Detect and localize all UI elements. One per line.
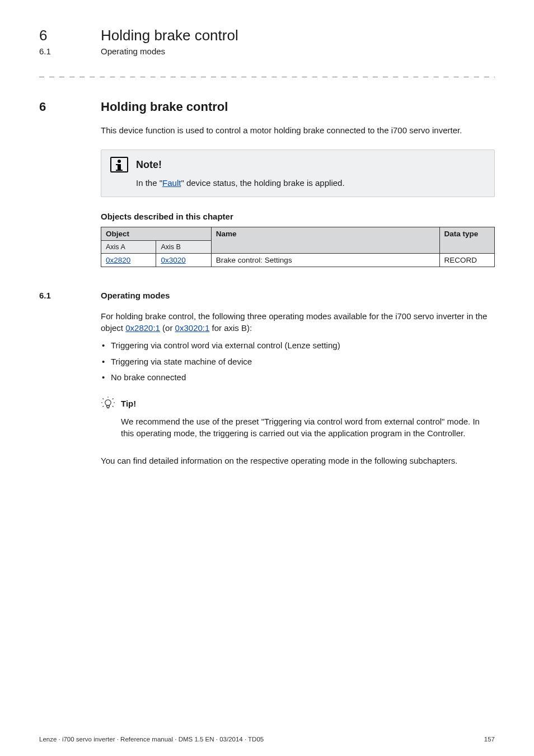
link-0x2820-1[interactable]: 0x2820:1 [125, 323, 160, 333]
axis-b-link[interactable]: 0x3020 [161, 256, 185, 264]
section-6-title: Holding brake control [101, 100, 228, 114]
section-6-1-closing: You can find detailed information on the… [101, 455, 495, 466]
note-box: Note! In the "Fault" device status, the … [101, 150, 495, 197]
svg-rect-1 [107, 405, 110, 407]
list-item: Triggering via state machine of device [101, 356, 495, 368]
col-axis-b: Axis B [156, 241, 211, 254]
row-name: Brake control: Settings [211, 254, 439, 267]
objects-heading: Objects described in this chapter [101, 212, 495, 221]
svg-line-9 [113, 406, 114, 407]
note-text-post: " device status, the holding brake is ap… [181, 178, 344, 188]
para-post: for axis B): [209, 323, 252, 333]
svg-line-4 [103, 398, 104, 399]
note-fault-link[interactable]: Fault [162, 178, 181, 188]
section-6-1-title: Operating modes [101, 291, 170, 300]
svg-point-0 [105, 399, 111, 405]
header-section-title: Operating modes [101, 46, 165, 56]
section-6-1-para: For holding brake control, the following… [101, 310, 495, 334]
list-item: No brake connected [101, 371, 495, 384]
operating-modes-list: Triggering via control word via external… [101, 339, 495, 384]
note-body: In the "Fault" device status, the holdin… [136, 178, 485, 188]
svg-line-5 [113, 398, 114, 399]
separator-dashes: _ _ _ _ _ _ _ _ _ _ _ _ _ _ _ _ _ _ _ _ … [39, 67, 495, 77]
col-object: Object [101, 227, 212, 241]
tip-body: We recommend the use of the preset "Trig… [121, 416, 495, 439]
tip-label: Tip! [121, 399, 136, 408]
svg-line-8 [103, 406, 104, 407]
axis-a-link[interactable]: 0x2820 [106, 256, 130, 264]
list-item: Triggering via control word via external… [101, 339, 495, 352]
row-datatype: RECORD [439, 254, 494, 267]
col-axis-a: Axis A [101, 241, 156, 254]
header-chapter-title: Holding brake control [101, 27, 238, 44]
col-datatype: Data type [439, 227, 494, 254]
note-title: Note! [136, 159, 162, 171]
info-icon [110, 157, 128, 172]
link-0x3020-1[interactable]: 0x3020:1 [175, 323, 210, 333]
section-6-num: 6 [39, 100, 101, 114]
note-text-pre: In the " [136, 178, 162, 188]
col-name: Name [211, 227, 439, 254]
footer-page-number: 157 [484, 736, 495, 743]
footer-left: Lenze · i700 servo inverter · Reference … [39, 736, 264, 743]
para-mid: (or [160, 323, 175, 333]
objects-table: Object Name Data type Axis A Axis B 0x28… [101, 227, 495, 267]
table-row: 0x2820 0x3020 Brake control: Settings RE… [101, 254, 495, 267]
section-6-1-num: 6.1 [39, 291, 101, 300]
section-6-intro: This device function is used to control … [101, 124, 495, 136]
header-section-num: 6.1 [39, 46, 101, 56]
lightbulb-icon [101, 396, 115, 411]
header-chapter-num: 6 [39, 27, 101, 44]
